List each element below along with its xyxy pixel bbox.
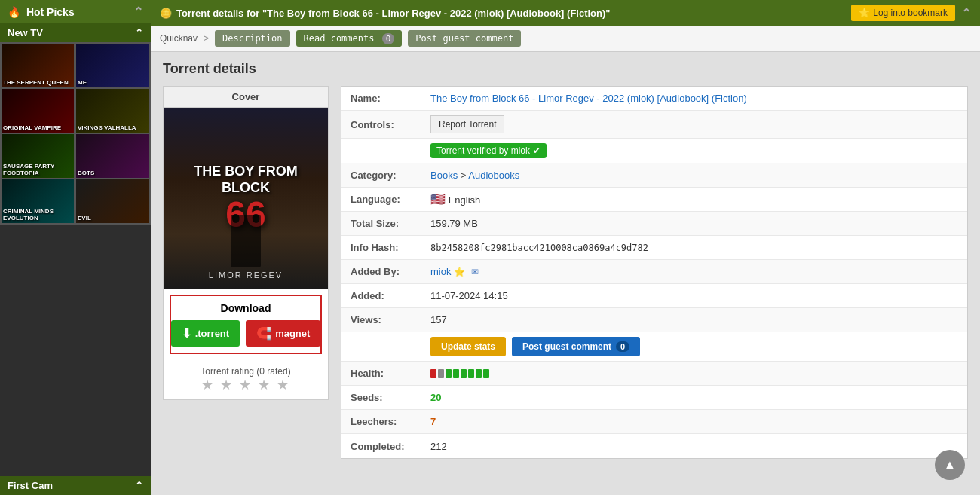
sidebar-item[interactable]: THE SERPENT QUEEN <box>2 44 74 87</box>
controls-key: Controls: <box>341 115 424 135</box>
added-by-link[interactable]: miok <box>430 266 451 277</box>
health-seg-green2 <box>453 369 459 378</box>
health-key: Health: <box>341 363 424 383</box>
scroll-to-top-button[interactable]: ▲ <box>935 450 965 480</box>
checkmark-icon: ✔ <box>533 145 541 156</box>
update-stats-button[interactable]: Update stats <box>430 337 506 356</box>
torrent-layout: Cover THE BOY FROM BLOCK 66 LIMOR REGEV … <box>163 86 968 459</box>
post-comment-button[interactable]: Post guest comment 0 <box>512 337 640 356</box>
verified-badge: Torrent verified by miok ✔ <box>430 143 547 158</box>
seeds-value: 20 <box>424 387 967 408</box>
health-seg-gray1 <box>438 369 444 378</box>
sidebar-collapse-icon[interactable]: ⌃ <box>133 5 143 19</box>
read-comments-button[interactable]: Read comments 0 <box>296 30 403 47</box>
sidebar-item[interactable]: VIKINGS VALHALLA <box>76 89 149 133</box>
topbar-right-area: ⭐ Log into bookmark ⌃ <box>851 5 971 21</box>
name-key: Name: <box>341 88 424 108</box>
first-cam-chevron-icon[interactable]: ⌃ <box>135 480 143 491</box>
first-cam-header[interactable]: First Cam ⌃ <box>0 476 151 495</box>
language-key: Language: <box>341 189 424 209</box>
added-by-key: Added By: <box>341 261 424 282</box>
read-comments-badge: 0 <box>382 33 395 44</box>
action-buttons-row: Update stats Post guest comment 0 <box>341 332 967 362</box>
leechers-row: Leechers: 7 <box>341 410 967 434</box>
health-row: Health: <box>341 362 967 386</box>
hot-picks-label: 🔥 Hot Picks <box>8 6 75 18</box>
torrent-icon: ⬇ <box>182 326 191 341</box>
magnet-download-button[interactable]: 🧲 magnet <box>246 320 320 347</box>
added-row: Added: 11-07-2024 14:15 <box>341 284 967 308</box>
total-size-key: Total Size: <box>341 213 424 234</box>
user-envelope-icon[interactable]: ✉ <box>471 267 479 277</box>
coin-icon: 🪙 <box>160 8 172 19</box>
download-buttons: ⬇ .torrent 🧲 magnet <box>177 320 314 347</box>
quicknav-arrow-icon: > <box>204 33 209 44</box>
description-button[interactable]: Description <box>215 30 289 47</box>
name-row: Name: The Boy from Block 66 - Limor Rege… <box>341 87 967 111</box>
cover-panel: Cover THE BOY FROM BLOCK 66 LIMOR REGEV … <box>163 86 329 400</box>
sidebar-item[interactable]: ORIGINAL VAMPIRE <box>2 89 74 133</box>
sidebar-item[interactable]: CRIMINAL MINDS EVOLUTION <box>2 179 74 223</box>
completed-row: Completed: 212 <box>341 434 967 458</box>
views-key: Views: <box>341 310 424 330</box>
content-area: Torrent details Cover THE BOY FROM BLOCK… <box>151 52 980 495</box>
new-tv-header[interactable]: New TV ⌃ <box>0 23 151 42</box>
verified-value: Torrent verified by miok ✔ <box>424 139 967 163</box>
language-row: Language: 🇺🇸 English <box>341 188 967 212</box>
book-title-text: THE BOY FROM BLOCK <box>171 163 320 196</box>
report-torrent-button[interactable]: Report Torrent <box>430 115 504 133</box>
total-size-value: 159.79 MB <box>424 213 967 234</box>
views-row: Views: 157 <box>341 308 967 332</box>
added-by-value: miok ⭐ ✉ <box>424 261 967 282</box>
post-guest-comment-button[interactable]: Post guest comment <box>408 30 521 47</box>
completed-value: 212 <box>424 436 967 457</box>
sidebar-item[interactable]: SAUSAGE PARTY FOODTOPIA <box>2 134 74 178</box>
info-hash-row: Info Hash: 8b2458208fc2981bacc4210008ca0… <box>341 236 967 260</box>
chevron-up-icon: ▲ <box>943 457 957 473</box>
info-hash-value: 8b2458208fc2981bacc4210008ca0869a4c9d782 <box>424 238 967 258</box>
health-seg-red <box>430 369 436 378</box>
star-rating[interactable]: ★ ★ ★ ★ ★ <box>170 377 322 393</box>
health-value <box>424 365 967 383</box>
flag-icon: 🇺🇸 <box>430 193 446 206</box>
quicknav-bar: Quicknav > Description Read comments 0 P… <box>151 26 980 52</box>
book-author-text: LIMOR REGEV <box>209 270 283 280</box>
category-row: Category: Books > Audiobooks <box>341 163 967 188</box>
name-value: The Boy from Block 66 - Limor Regev - 20… <box>424 88 967 108</box>
category-value: Books > Audiobooks <box>424 165 967 185</box>
leechers-value: 7 <box>424 411 967 432</box>
health-seg-green4 <box>468 369 474 378</box>
new-tv-chevron-icon[interactable]: ⌃ <box>135 27 143 38</box>
sidebar-item[interactable]: ME <box>76 44 149 87</box>
details-panel: Name: The Boy from Block 66 - Limor Rege… <box>341 86 968 459</box>
main-content: 🪙 Torrent details for "The Boy from Bloc… <box>151 0 980 495</box>
verified-row: Torrent verified by miok ✔ <box>341 139 967 163</box>
topbar-chevron-icon[interactable]: ⌃ <box>961 6 971 20</box>
new-tv-label: New TV <box>8 27 43 38</box>
health-seg-green6 <box>483 369 489 378</box>
topbar: 🪙 Torrent details for "The Boy from Bloc… <box>151 0 980 26</box>
health-seg-green5 <box>476 369 482 378</box>
bookmark-button[interactable]: ⭐ Log into bookmark <box>851 5 955 21</box>
torrent-download-button[interactable]: ⬇ .torrent <box>171 320 240 347</box>
controls-value: Report Torrent <box>424 111 967 138</box>
download-box: Download ⬇ .torrent 🧲 magnet <box>170 295 322 354</box>
views-value: 157 <box>424 310 967 330</box>
sidebar-item[interactable]: BOTS <box>76 134 149 178</box>
added-by-row: Added By: miok ⭐ ✉ <box>341 260 967 284</box>
sidebar-item[interactable]: EVIL <box>76 179 149 223</box>
cover-panel-header: Cover <box>164 87 328 108</box>
rating-section: Torrent rating (0 rated) ★ ★ ★ ★ ★ <box>164 360 328 399</box>
magnet-icon: 🧲 <box>256 326 271 341</box>
name-link[interactable]: The Boy from Block 66 - Limor Regev - 20… <box>430 93 747 104</box>
rating-label: Torrent rating (0 rated) <box>170 366 322 377</box>
completed-key: Completed: <box>341 436 424 457</box>
category-child-link[interactable]: Audiobooks <box>468 170 519 181</box>
post-comment-badge: 0 <box>616 341 629 352</box>
category-parent-link[interactable]: Books <box>430 170 458 181</box>
hot-picks-header[interactable]: 🔥 Hot Picks ⌃ <box>0 0 151 23</box>
added-value: 11-07-2024 14:15 <box>424 286 967 306</box>
sidebar: 🔥 Hot Picks ⌃ New TV ⌃ THE SERPENT QUEEN… <box>0 0 151 495</box>
star-icon: ⭐ <box>859 8 870 18</box>
user-star-icon: ⭐ <box>454 267 465 277</box>
